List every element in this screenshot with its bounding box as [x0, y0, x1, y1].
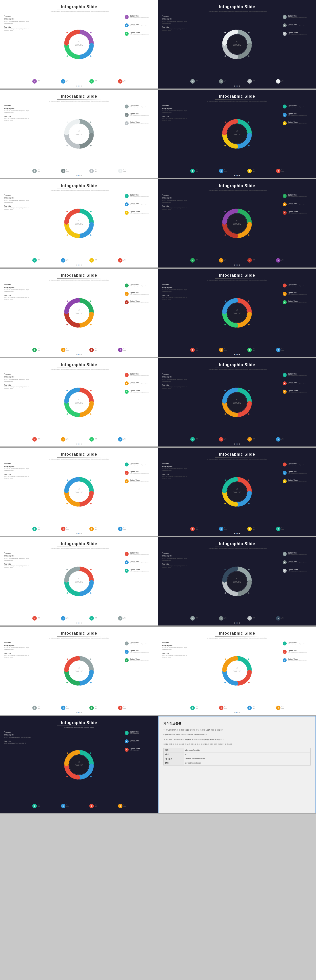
bottom-num-4: 4 Texthere: [276, 616, 284, 620]
right-options: ♡ Option One Diam volutpat aliquet at vo…: [282, 373, 312, 394]
option-item-2: ♦ Option Two Diam volutpat aliquet at vo…: [124, 471, 154, 475]
option-title-3: Option Three: [130, 32, 148, 33]
option-icon-2: ♦: [124, 471, 129, 475]
option-item-3: ★ Option Three Diam volutpat aliquet at …: [282, 569, 312, 573]
dot-2: [78, 354, 79, 355]
svg-marker-50: [247, 300, 250, 302]
option-icon-2: ♦: [282, 24, 287, 27]
infographic-label: Infographic: [4, 197, 31, 199]
option-title-1: Option One: [130, 283, 148, 285]
num-label-2: Texthere: [66, 617, 69, 620]
process-text: Eu diam volutpat aliquet at volutpat sed…: [162, 199, 189, 203]
option-desc-3: Diam volutpat aliquet at volutpat sed lo…: [130, 33, 148, 35]
slide-title: Infographic Slide: [219, 273, 255, 278]
bottom-numbers: 1 Texthere 2 Texthere 3 Texthere 4 Texth…: [190, 348, 284, 352]
option-icon-2: ♦: [282, 382, 287, 385]
process-label: Process: [4, 283, 31, 286]
option-text-3: Option Three Diam volutpat aliquet at vo…: [288, 32, 306, 35]
svg-marker-29: [89, 210, 92, 213]
option-text-2: Option Two Diam volutpat aliquet at volu…: [130, 382, 148, 385]
num-label-4: Texthere: [281, 617, 284, 620]
left-block: Process Infographic Eu diam volutpat ali…: [162, 463, 189, 479]
option-title-2: Option Two: [130, 24, 148, 25]
num-label-2: Texthere: [224, 169, 227, 173]
slide-title: Infographic Slide: [61, 631, 97, 636]
num-circle-1: 1: [32, 169, 37, 173]
info-table-label-3: 라이센스: [164, 757, 184, 761]
process-label: Process: [4, 105, 31, 107]
svg-marker-64: [247, 390, 250, 391]
svg-marker-23: [247, 145, 250, 146]
option-title-3: Option Three: [130, 390, 148, 391]
grid-row-4: Infographic Slide Ut adipiscing vulputat…: [0, 269, 316, 358]
process-text: Eu diam volutpat aliquet at volutpat sed…: [162, 289, 189, 293]
info-table-value-3: Personal & Commercial Use: [184, 757, 311, 761]
num-label-4: Texthere: [123, 348, 126, 352]
last-option-text-2: Option Two Diam volutpat aliquet: [130, 740, 139, 743]
info-table-row-3: 라이센스 Personal & Commercial Use: [164, 757, 311, 761]
process-text: Eu diam volutpat aliquet at volutpat sed…: [162, 557, 189, 561]
option-desc-3: Diam volutpat aliquet at volutpat sed lo…: [288, 123, 306, 124]
num-circle-1: 1: [190, 79, 195, 84]
dot-1: [76, 264, 77, 266]
bottom-num-4: 4 Texthere: [276, 706, 284, 710]
bottom-num-3: 3 Texthere: [89, 706, 97, 710]
option-title-1: Option One: [288, 15, 306, 17]
num-label-2: Texthere: [66, 706, 69, 710]
num-circle-4: 4: [118, 348, 123, 352]
info-table-label-2: 버전: [164, 752, 184, 757]
option-title-1: Option One: [130, 373, 148, 375]
option-text-1: Option One Diam volutpat aliquet at volu…: [288, 105, 306, 108]
option-text-3: Option Three Diam volutpat aliquet at vo…: [288, 211, 306, 214]
infographic-label: Infographic: [4, 18, 31, 20]
dot-4: [239, 264, 240, 266]
option-item-2: ♦ Option Two Diam volutpat aliquet at vo…: [124, 382, 154, 385]
num-circle-3: 3: [89, 527, 94, 531]
option-item-3: ★ Option Three Diam volutpat aliquet at …: [124, 658, 154, 662]
dot-3: [238, 354, 238, 355]
svg-marker-72: [89, 503, 92, 504]
option-item-2: ♦ Option Two Diam volutpat aliquet at vo…: [124, 292, 154, 296]
option-desc-3: Diam volutpat aliquet at volutpat sed lo…: [288, 391, 306, 393]
num-label-3: Texthere: [253, 348, 255, 352]
option-title-2: Option Two: [130, 471, 148, 473]
option-icon-2: ♦: [282, 471, 287, 475]
svg-marker-115: [66, 775, 68, 777]
option-icon-2: ♦: [282, 202, 287, 206]
your-title: Your title: [162, 26, 189, 28]
option-text-1: Option One Diam volutpat aliquet at volu…: [288, 373, 306, 376]
svg-marker-87: [66, 592, 68, 594]
infographic-label: Infographic: [4, 465, 31, 468]
num-circle-3: 3: [89, 616, 94, 620]
last-option-icon-2: ♦: [124, 740, 129, 743]
slide-underline: [215, 189, 259, 189]
num-circle-4: 4: [118, 79, 123, 84]
option-item-3: ★ Option Three Diam volutpat aliquet at …: [124, 121, 154, 125]
option-desc-1: Diam volutpat aliquet at volutpat sed lo…: [130, 375, 148, 376]
dot-3: [80, 354, 80, 355]
right-options: ♡ Option One Diam volutpat aliquet at vo…: [282, 194, 312, 215]
dot-2: [236, 354, 237, 355]
bottom-num-1: 1 Texthere: [190, 348, 198, 352]
bottom-num-1: 1 Texthere: [32, 79, 40, 84]
bottom-num-2: 2 Texthere: [61, 348, 69, 352]
option-desc-3: Diam volutpat aliquet at volutpat sed lo…: [288, 33, 306, 35]
dot-4: [81, 264, 82, 266]
svg-marker-15: [89, 121, 92, 123]
option-text-1: Option One Diam volutpat aliquet at volu…: [288, 552, 306, 555]
process-label: Process: [162, 373, 189, 375]
body-text: Eu nibh volutpat aliquet at volutpat ali…: [162, 118, 189, 121]
num-label-1: Texthere: [38, 169, 40, 173]
svg-marker-108: [224, 681, 226, 683]
bottom-num-2: 2 Texthere: [219, 258, 227, 262]
num-label-1: Texthere: [196, 169, 198, 173]
page-dots: [234, 712, 240, 713]
svg-marker-80: [224, 503, 226, 504]
option-title-1: Option One: [288, 641, 306, 643]
option-icon-2: ♦: [124, 560, 129, 564]
option-icon-3: ★: [282, 32, 287, 36]
slide-title: Infographic Slide: [219, 363, 255, 367]
svg-marker-2: [89, 55, 92, 57]
center-chart: € arouse: [59, 114, 99, 154]
num-label-1: Texthere: [38, 438, 40, 441]
